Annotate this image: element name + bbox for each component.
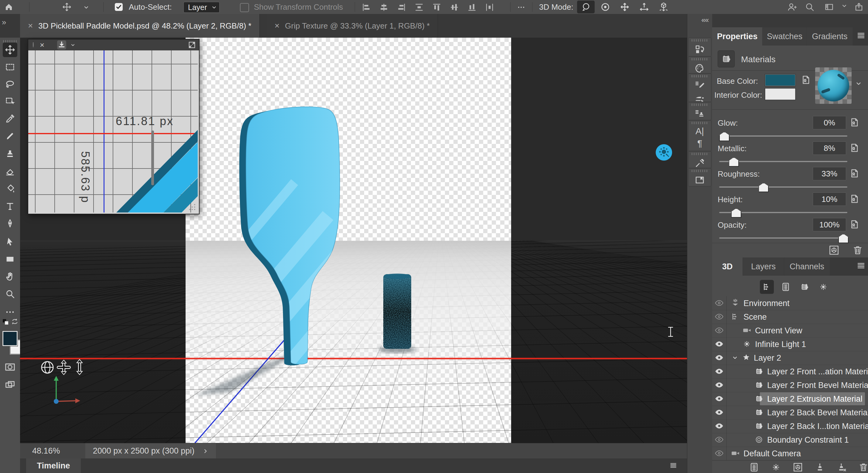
close-icon[interactable]: × [28,21,33,31]
visibility-toggle[interactable] [714,298,725,309]
visibility-toggle[interactable] [714,312,725,322]
pin-delete-button[interactable] [836,462,847,473]
slide-3d-camera-button[interactable] [636,1,653,13]
brush-tool[interactable] [3,129,17,143]
roll-3d-camera-button[interactable] [596,1,614,13]
slider-value[interactable]: 10% [813,192,846,206]
paragraph-icon[interactable]: ¶ [688,138,711,149]
close-icon[interactable]: × [275,21,279,31]
edit-toolbar-tool[interactable] [3,305,17,319]
material-ball-preview[interactable] [815,67,851,104]
rectangular-marquee-tool[interactable] [3,60,17,74]
distribute-vertical-button[interactable] [414,2,424,12]
pin-button[interactable] [814,462,826,473]
visibility-toggle[interactable] [714,325,725,336]
expand-chevron[interactable] [731,354,739,362]
tab-swatches[interactable]: Swatches [763,27,807,45]
light-button[interactable] [771,462,782,473]
panel-menu-icon[interactable] [856,261,866,270]
home-icon[interactable] [4,2,13,11]
filter-mesh[interactable] [779,280,793,294]
orbit-3d-camera-button[interactable] [577,1,595,13]
box3d-button[interactable] [793,462,804,473]
slider-track[interactable] [719,135,847,137]
move-tool-icon[interactable] [62,2,71,11]
clone-stamp-tool[interactable] [3,146,17,161]
auto-select-dropdown[interactable]: Layer [183,2,220,13]
libraries-icon[interactable] [694,175,705,186]
chevron-right-icon[interactable] [202,448,208,454]
brush-settings-icon[interactable] [694,80,705,91]
tab-channels[interactable]: Channels [784,257,830,276]
zoom-level[interactable]: 48.16% [32,446,60,456]
move-tool[interactable] [3,42,17,57]
align-top-edges-button[interactable] [432,2,442,12]
more-options-icon[interactable] [517,3,525,11]
guide-overlay-window[interactable]: × 611.81 px 585.63 p [28,39,199,214]
hamburger-icon[interactable] [669,462,678,469]
visibility-toggle[interactable] [714,380,725,390]
overlay-title-bar[interactable]: × [28,39,199,51]
chevron-down-button[interactable] [841,2,850,12]
object-selection-tool[interactable] [3,94,17,109]
tab-properties[interactable]: Properties [712,27,762,45]
distribute-horizontal-button[interactable] [485,2,494,12]
eraser-tool[interactable] [3,164,17,179]
auto-select-checkbox[interactable] [115,3,123,11]
tab-grip-texture[interactable]: × Grip Texture @ 33.3% (Layer 1, RGB/8) … [267,14,438,38]
close-icon[interactable]: × [40,40,44,50]
filter-material[interactable] [798,280,811,294]
tool-presets-icon[interactable] [694,158,705,168]
slider-value[interactable]: 100% [813,218,846,231]
texture-folder-button[interactable] [849,143,860,154]
visibility-toggle[interactable] [714,353,725,363]
new-3d-object-icon[interactable] [829,245,839,256]
slider-value[interactable]: 0% [813,116,846,129]
tab-pickleball-paddle[interactable]: × 3D Pickleball Paddle Model.psd @ 48.2%… [20,14,260,38]
tab-timeline[interactable]: Timeline [26,459,81,473]
pan-3d-camera-button[interactable] [616,1,633,13]
infinite-light-badge[interactable] [656,144,672,161]
visibility-toggle[interactable] [714,435,725,445]
screen-mode-icon[interactable] [4,379,16,390]
align-vertical-centers-button[interactable] [450,2,459,12]
collapse-panels-icon[interactable]: «« [701,16,708,24]
slider-value[interactable]: 8% [813,141,846,155]
align-right-edges-button[interactable] [397,2,406,12]
mesh-button[interactable] [749,462,760,473]
align-left-edges-button[interactable] [362,2,371,12]
path-selection-tool[interactable] [3,234,17,249]
tab-3d[interactable]: 3D [712,257,743,276]
material-eyedropper-tool[interactable] [3,112,17,126]
visibility-toggle[interactable] [714,367,725,377]
download-icon[interactable] [57,40,66,50]
share-button[interactable] [854,2,864,12]
texture-doc-icon[interactable] [801,75,811,85]
align-horizontal-centers-button[interactable] [379,2,389,12]
user-add-button[interactable] [787,2,797,12]
expand-tabs-icon[interactable]: » [2,18,6,27]
texture-folder-button[interactable] [849,194,860,204]
type-tool[interactable] [3,199,17,214]
tab-layers[interactable]: Layers [743,257,784,276]
trash-icon[interactable] [852,245,863,256]
slider-track[interactable] [719,186,847,188]
color-palette-icon[interactable] [694,63,705,74]
character-icon[interactable]: A| [688,126,711,136]
texture-folder-button[interactable] [849,117,860,128]
align-bottom-edges-button[interactable] [467,2,477,12]
show-transform-checkbox[interactable] [240,3,249,12]
texture-folder-button[interactable] [849,168,860,179]
texture-folder-button[interactable] [849,219,860,230]
clone-source-icon[interactable] [694,108,705,119]
scrollbar[interactable] [151,130,154,185]
collapse-corner-icon[interactable] [188,41,196,49]
trash-button[interactable] [858,462,868,473]
search-button[interactable] [805,2,814,12]
workspace-button[interactable] [824,2,834,12]
pen-tool[interactable] [3,217,17,231]
visibility-toggle[interactable] [714,407,725,418]
history-icon[interactable] [694,44,705,55]
filter-light[interactable] [816,280,830,294]
lasso-tool[interactable] [3,77,17,92]
